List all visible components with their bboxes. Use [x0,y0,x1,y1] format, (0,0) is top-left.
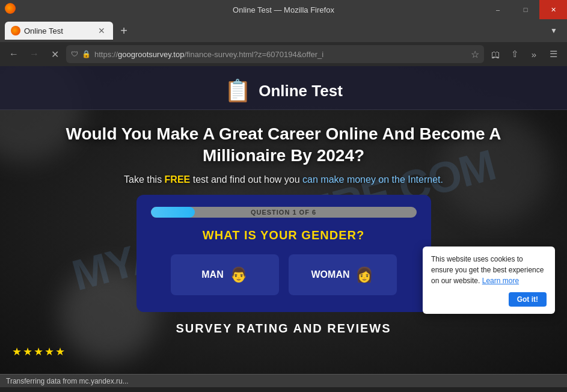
url-bar[interactable]: 🛡 🔒 https://googrootsurvey.top/finance-s… [66,45,484,63]
hero-text-after-free: test and find out how you [190,174,302,185]
survey-section: SURVEY RATING AND REVIEWS [0,312,567,340]
extensions-button[interactable]: » [525,45,543,63]
forward-button[interactable]: → [25,45,43,63]
hero-subtext: Take this FREE test and find out how you… [24,174,543,185]
tab-bar: Online Test ✕ + ▼ [0,19,567,42]
woman-emoji: 👩 [355,266,373,283]
close-button[interactable]: ✕ [539,0,567,19]
cookie-consent-toast: This website uses cookies to ensure you … [423,247,555,314]
hero-text-before-free: Take this [124,174,165,185]
minimize-button[interactable]: – [484,0,512,19]
tab-favicon [11,26,20,35]
page-content: MYANSPYWERE.COM 📋 Online Test Would You … [0,66,567,374]
got-it-button[interactable]: Got it! [509,292,547,307]
progress-bar-wrapper: QUESTION 1 OF 6 [151,207,417,218]
lock-icon: 🔒 [82,50,91,58]
new-tab-button[interactable]: + [115,22,132,39]
header-title: Online Test [259,82,343,100]
status-text: Transferring data from mc.yandex.ru... [6,377,129,385]
tracking-protection-icon: 🛡 [71,50,78,58]
cookie-got-it-wrapper: Got it! [431,292,547,307]
stars-row: ★★★★★ [0,340,567,363]
status-bar: Transferring data from mc.yandex.ru... [0,374,567,387]
survey-title: SURVEY RATING AND REVIEWS [0,322,567,335]
learn-more-link[interactable]: Learn more [482,277,519,285]
url-scheme: https:// [94,50,118,59]
pocket-button[interactable]: 🕮 [486,45,504,63]
quiz-question: WHAT IS YOUR GENDER? [151,228,417,242]
browser-icon [5,3,16,16]
window-controls: – □ ✕ [484,0,567,19]
url-path: /finance-survey.html?z=6070194&offer_i [184,50,323,59]
active-tab[interactable]: Online Test ✕ [5,22,113,40]
tab-title: Online Test [24,26,94,35]
firefox-logo [5,3,16,14]
bookmark-star-icon[interactable]: ☆ [471,49,479,60]
site-header: 📋 Online Test [0,66,567,110]
browser-window: Online Test — Mozilla Firefox – □ ✕ Onli… [0,0,567,387]
quiz-option-man[interactable]: MAN 👨 [171,254,279,295]
share-button[interactable]: ⇧ [506,45,524,63]
hero-can-text: can make money on the Internet. [302,174,443,185]
man-emoji: 👨 [230,266,248,283]
rating-stars: ★★★★★ [12,345,66,358]
header-icon: 📋 [224,78,251,103]
reload-button[interactable]: ✕ [46,45,64,63]
maximize-button[interactable]: □ [512,0,539,19]
url-domain: googrootsurvey.top [118,50,184,59]
quiz-card: QUESTION 1 OF 6 WHAT IS YOUR GENDER? MAN… [136,195,431,312]
address-bar: ← → ✕ 🛡 🔒 https://googrootsurvey.top/fin… [0,42,567,66]
menu-button[interactable]: ☰ [544,45,562,63]
progress-label: QUESTION 1 OF 6 [151,207,417,218]
progress-bar-background: QUESTION 1 OF 6 [151,207,417,218]
man-label: MAN [201,269,223,280]
woman-label: WOMAN [311,269,350,280]
quiz-options: MAN 👨 WOMAN 👩 [151,254,417,295]
tab-close-button[interactable]: ✕ [96,25,107,36]
hero-heading: Would You Make A Great Career Online And… [24,123,543,167]
title-bar: Online Test — Mozilla Firefox – □ ✕ [0,0,567,19]
hero-section: Would You Make A Great Career Online And… [0,110,567,195]
window-title: Online Test — Mozilla Firefox [233,5,334,14]
toolbar-right: 🕮 ⇧ » ☰ [486,45,562,63]
quiz-option-woman[interactable]: WOMAN 👩 [289,254,397,295]
tab-list-chevron[interactable]: ▼ [545,24,562,37]
url-display: https://googrootsurvey.top/finance-surve… [94,50,467,59]
free-word: FREE [165,174,191,185]
back-button[interactable]: ← [5,45,23,63]
